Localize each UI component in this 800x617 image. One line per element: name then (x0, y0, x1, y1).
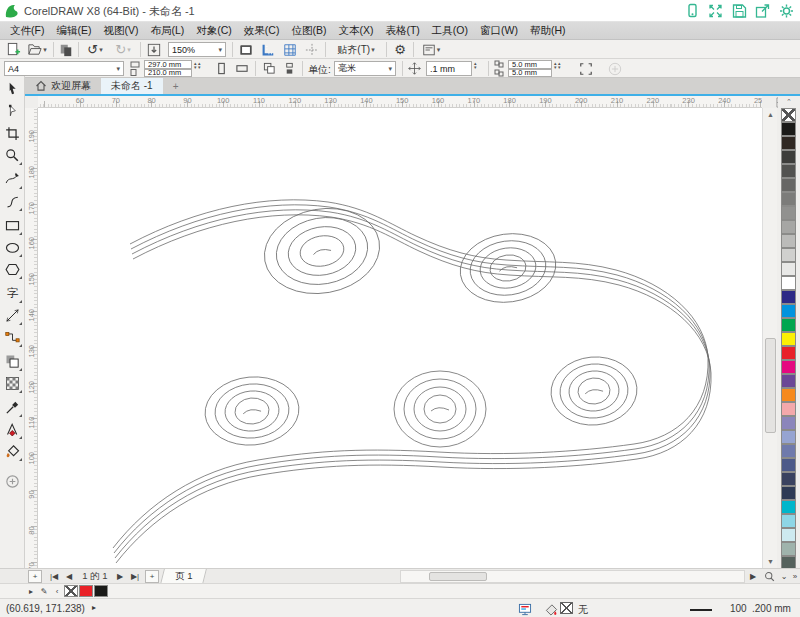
last-page-button[interactable]: ▶| (128, 570, 142, 583)
palette-flyout-button[interactable]: » (790, 570, 800, 583)
portrait-button[interactable] (212, 60, 230, 77)
previous-page-button[interactable]: ◀ (63, 570, 75, 583)
color-swatch-24[interactable] (781, 444, 796, 458)
no-color-swatch[interactable] (781, 108, 796, 122)
color-swatch-7[interactable] (781, 206, 796, 220)
add-page-start-button[interactable]: + (28, 570, 42, 583)
landscape-button[interactable] (232, 60, 252, 77)
interactive-fill-tool[interactable] (2, 441, 23, 462)
units-select[interactable]: 毫米▾ (334, 61, 396, 76)
color-swatch-8[interactable] (781, 220, 796, 234)
shape-tool[interactable] (2, 101, 23, 122)
dimension-tool[interactable] (2, 305, 23, 326)
page-1-tab[interactable]: 页 1 (160, 569, 207, 584)
doc-palette-expand-button[interactable]: ▸ (26, 585, 36, 598)
rectangle-tool[interactable] (2, 215, 23, 236)
color-swatch-15[interactable] (781, 318, 796, 332)
menu-item-0[interactable]: 文件(F) (4, 22, 50, 40)
save-icon[interactable] (731, 3, 748, 19)
color-swatch-32[interactable] (781, 556, 796, 568)
crop-tool[interactable] (2, 123, 23, 144)
drawing-canvas[interactable] (38, 108, 762, 568)
doc-color-swatch-1[interactable] (79, 585, 93, 597)
options-button[interactable]: ⚙ (391, 41, 409, 58)
menu-item-7[interactable]: 文本(X) (332, 22, 379, 40)
color-swatch-18[interactable] (781, 360, 796, 374)
color-swatch-5[interactable] (781, 178, 796, 192)
menu-item-8[interactable]: 表格(T) (379, 22, 425, 40)
palette-scroll-down-button[interactable]: ⌄ (779, 570, 789, 583)
color-swatch-13[interactable] (781, 290, 796, 304)
open-button[interactable]: ▾ (24, 41, 50, 58)
transparency-tool[interactable] (2, 373, 23, 394)
vertical-ruler[interactable]: 190180170160150140130120110100908070 (25, 108, 38, 568)
color-swatch-19[interactable] (781, 374, 796, 388)
text-tool[interactable]: 字 (2, 283, 23, 304)
first-page-button[interactable]: |◀ (47, 570, 61, 583)
copy-button[interactable] (57, 41, 75, 58)
color-swatch-21[interactable] (781, 402, 796, 416)
zoom-level-select[interactable]: 150%▾ (168, 42, 226, 57)
undo-button[interactable]: ↺▾ (82, 41, 108, 58)
connector-tool[interactable] (2, 327, 23, 348)
guidelines-button[interactable] (303, 41, 321, 58)
menu-item-2[interactable]: 视图(V) (97, 22, 144, 40)
import-button[interactable] (145, 41, 163, 58)
current-page-button[interactable] (280, 60, 298, 77)
duplicate-distance-x-field[interactable]: 5.0 mm (508, 60, 552, 69)
color-swatch-17[interactable] (781, 346, 796, 360)
vertical-scroll-thumb[interactable] (765, 338, 776, 433)
menu-item-10[interactable]: 窗口(W) (474, 22, 524, 40)
palette-scroll-up-button[interactable]: ⌃ (778, 96, 800, 108)
tab-untitled-document[interactable]: 未命名 -1 (101, 78, 163, 94)
color-swatch-16[interactable] (781, 332, 796, 346)
scroll-up-button[interactable]: ▲ (763, 108, 778, 121)
color-swatch-11[interactable] (781, 262, 796, 276)
color-swatch-28[interactable] (781, 500, 796, 514)
color-swatch-10[interactable] (781, 248, 796, 262)
horizontal-scrollbar[interactable] (400, 570, 745, 583)
settings-gear-icon[interactable] (778, 3, 795, 19)
vertical-scrollbar[interactable]: ▲ ▼ (762, 108, 777, 568)
color-swatch-26[interactable] (781, 472, 796, 486)
add-page-end-button[interactable]: + (145, 570, 159, 583)
fullscreen-preview-button[interactable] (237, 41, 255, 58)
color-swatch-29[interactable] (781, 514, 796, 528)
doc-color-swatch-2[interactable] (94, 585, 108, 597)
menu-item-4[interactable]: 对象(C) (190, 22, 238, 40)
scroll-right-button[interactable]: ▶ (747, 570, 759, 583)
duplicate-stepper[interactable]: ▴ ▴▾ ▾ (554, 61, 560, 69)
color-swatch-20[interactable] (781, 388, 796, 402)
pan-zoom-button[interactable] (761, 570, 777, 583)
doc-palette-scroll-left-button[interactable]: ‹ (52, 585, 62, 598)
color-swatch-31[interactable] (781, 542, 796, 556)
menu-item-5[interactable]: 效果(C) (238, 22, 286, 40)
horizontal-scroll-thumb[interactable] (429, 572, 487, 581)
show-grid-button[interactable] (281, 41, 299, 58)
zoom-tool[interactable] (2, 145, 23, 166)
device-preview-icon[interactable] (684, 3, 701, 19)
color-swatch-6[interactable] (781, 192, 796, 206)
pick-tool[interactable] (2, 79, 23, 100)
nudge-distance-field[interactable]: .1 mm (426, 61, 472, 76)
snap-to-dropdown[interactable]: 贴齐(T)▾ (330, 41, 382, 58)
redo-button[interactable]: ↻▾ (110, 41, 136, 58)
menu-item-6[interactable]: 位图(B) (285, 22, 332, 40)
ellipse-tool[interactable] (2, 237, 23, 258)
panel-dropdown-button[interactable]: ▾ (418, 41, 444, 58)
share-icon[interactable] (754, 3, 771, 19)
color-swatch-22[interactable] (781, 416, 796, 430)
add-preset-button[interactable] (606, 60, 624, 77)
color-swatch-25[interactable] (781, 458, 796, 472)
color-swatch-23[interactable] (781, 430, 796, 444)
show-rulers-button[interactable] (259, 41, 277, 58)
color-swatch-30[interactable] (781, 528, 796, 542)
page-height-field[interactable]: 210.0 mm (144, 69, 192, 78)
color-swatch-12[interactable] (781, 276, 796, 290)
color-swatch-14[interactable] (781, 304, 796, 318)
next-page-button[interactable]: ▶ (114, 570, 126, 583)
horizontal-ruler[interactable]: 6070809010011012013014015016017018019020… (38, 96, 762, 108)
new-document-button[interactable] (4, 41, 22, 58)
color-settings-icon[interactable] (518, 603, 532, 616)
color-swatch-3[interactable] (781, 150, 796, 164)
